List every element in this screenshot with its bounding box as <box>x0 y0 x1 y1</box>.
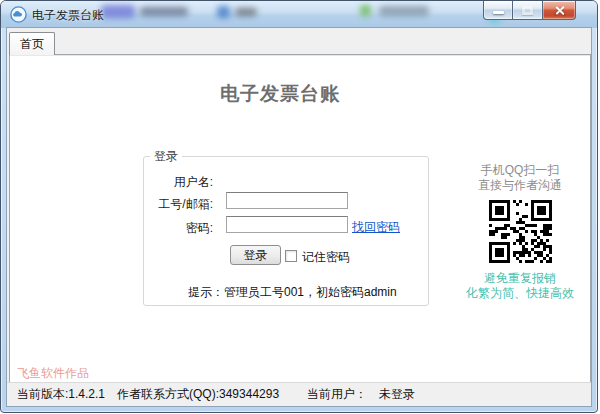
window-title: 电子发票台账 <box>32 7 104 24</box>
tab-home[interactable]: 首页 <box>9 32 55 55</box>
employee-id-label: 工号/邮箱: <box>144 196 213 213</box>
admin-hint-text: 提示：管理员工号001，初始密码admin <box>188 284 397 301</box>
qq-scan-line1: 手机QQ扫一扫 <box>457 163 583 178</box>
client-area: 首页 电子发票台账 登录 用户名: 工号/邮箱: 密码: 找回密码 登录 记住密… <box>7 28 591 406</box>
glass-blur-blob <box>360 5 371 16</box>
status-bar: 当前版本:1.4.2.1 作者联系方式(QQ):349344293 当前用户： … <box>7 382 591 406</box>
qq-contact-panel: 手机QQ扫一扫 直接与作者沟通 避免重复报销 化繁为简、快捷高效 <box>457 163 583 301</box>
status-user-value: 未登录 <box>379 386 415 403</box>
forgot-password-link[interactable]: 找回密码 <box>352 219 400 236</box>
status-version: 当前版本:1.4.2.1 <box>17 386 105 403</box>
glass-blur-blob <box>217 6 230 18</box>
app-window: 电子发票台账 首页 电子发票台账 登录 用户名: 工号/邮箱: 密码: 找回密码… <box>0 0 598 413</box>
qq-qr-code <box>489 200 552 263</box>
password-input[interactable] <box>226 216 348 233</box>
slogan-line1: 避免重复报销 <box>457 271 583 286</box>
close-icon <box>554 5 565 16</box>
glass-blur-blob <box>140 7 188 16</box>
status-contact: 作者联系方式(QQ):349344293 <box>117 386 279 403</box>
maximize-button[interactable] <box>513 1 542 20</box>
username-label: 用户名: <box>144 174 213 191</box>
close-button[interactable] <box>542 1 576 20</box>
home-tab-page: 电子发票台账 登录 用户名: 工号/邮箱: 密码: 找回密码 登录 记住密码 提… <box>9 54 591 383</box>
status-user-label: 当前用户： <box>307 386 367 403</box>
login-button[interactable]: 登录 <box>230 245 281 265</box>
minimize-button[interactable] <box>483 1 513 20</box>
employee-id-input[interactable] <box>226 192 348 209</box>
maximize-icon <box>522 6 533 15</box>
login-groupbox: 登录 用户名: 工号/邮箱: 密码: 找回密码 登录 记住密码 提示：管理员工号… <box>143 156 429 306</box>
qq-scan-line2: 直接与作者沟通 <box>457 178 583 193</box>
glass-blur-blob <box>379 6 429 16</box>
remember-password-label[interactable]: 记住密码 <box>302 249 350 266</box>
author-watermark: 飞鱼软件作品 <box>17 365 89 382</box>
password-label: 密码: <box>144 220 213 237</box>
remember-password-checkbox[interactable] <box>285 250 297 262</box>
window-controls <box>483 1 576 20</box>
slogan-line2: 化繁为简、快捷高效 <box>457 286 583 301</box>
glass-blur-blob <box>235 8 257 16</box>
page-title: 电子发票台账 <box>220 81 340 107</box>
minimize-icon <box>493 11 504 14</box>
glass-blur-blob <box>101 5 135 18</box>
login-legend: 登录 <box>150 148 182 165</box>
title-bar[interactable]: 电子发票台账 <box>1 1 597 28</box>
app-cloud-icon <box>10 6 27 23</box>
